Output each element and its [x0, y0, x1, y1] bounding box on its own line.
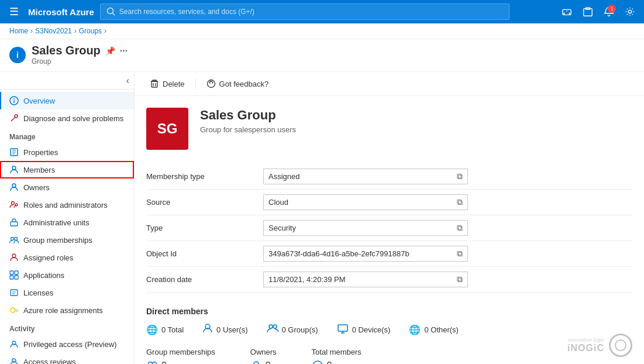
prop-value-source: Cloud ⧉: [263, 194, 468, 210]
svg-point-39: [212, 83, 213, 84]
cloud-shell-icon[interactable]: [559, 4, 575, 20]
notifications-icon[interactable]: 1: [601, 4, 617, 20]
bottom-stat-group-memberships: Group memberships 0: [146, 348, 215, 364]
direct-members-title: Direct members: [146, 307, 632, 316]
copy-membership-icon[interactable]: ⧉: [457, 171, 463, 181]
prop-value-membership: Assigned ⧉: [263, 169, 468, 184]
key-icon: [9, 305, 19, 315]
roles-icon: [9, 200, 19, 210]
top-navigation: ☰ Microsoft Azure Search resources, serv…: [0, 0, 644, 23]
sidebar-collapse: ‹: [0, 72, 134, 90]
stat-groups-label: 0 Group(s): [282, 325, 318, 334]
more-icon[interactable]: ···: [120, 46, 128, 56]
total-members-icon: [312, 360, 323, 364]
svg-rect-25: [15, 271, 18, 274]
sidebar-section-activity: Activity: [0, 319, 134, 335]
prop-row-source: Source Cloud ⧉: [146, 190, 632, 215]
bottom-stat-owners: Owners 0: [250, 348, 277, 364]
sidebar-label-members: Members: [23, 166, 55, 174]
prop-value-creation: 11/8/2021, 4:20:39 PM ⧉: [263, 272, 468, 287]
copy-objectid-icon[interactable]: ⧉: [457, 249, 463, 259]
wrench-icon: [9, 114, 19, 123]
search-placeholder: Search resources, services, and docs (G+…: [119, 8, 254, 16]
svg-rect-28: [11, 290, 18, 296]
licenses-icon: [9, 288, 19, 297]
page-title: Sales Group: [32, 44, 101, 57]
copy-type-icon[interactable]: ⧉: [457, 223, 463, 233]
svg-point-9: [13, 98, 15, 99]
sidebar-item-overview[interactable]: Overview: [0, 92, 134, 109]
resource-title-group: Sales Group 📌 ··· Group: [32, 44, 128, 66]
svg-rect-20: [11, 222, 18, 226]
feedback-label: Got feedback?: [219, 80, 269, 88]
svg-point-42: [273, 325, 277, 328]
copy-source-icon[interactable]: ⧉: [457, 197, 463, 207]
delete-button[interactable]: Delete: [146, 77, 188, 91]
toolbar-divider: [195, 78, 196, 90]
sidebar-item-group-memberships[interactable]: Group memberships: [0, 231, 134, 249]
svg-point-23: [12, 254, 16, 257]
overview-icon: [9, 96, 19, 105]
search-bar[interactable]: Search resources, services, and docs (G+…: [100, 4, 509, 20]
main-panel: Delete Got feedback? SG Sales Group Grou: [135, 72, 644, 364]
owners-label: Owners: [250, 348, 277, 356]
group-memberships-value: 0: [146, 360, 215, 364]
sidebar-label-azure-roles: Azure role assignments: [23, 306, 103, 315]
privileged-icon: [9, 339, 19, 349]
group-description: Group for salesperson users: [200, 125, 296, 134]
globe-icon-others: 🌐: [409, 324, 421, 335]
svg-point-48: [254, 362, 259, 364]
prop-label-objectid: Object Id: [146, 241, 263, 267]
feedback-button[interactable]: Got feedback?: [203, 77, 273, 91]
owners-value: 0: [250, 360, 277, 364]
prop-row-membership: Membership type Assigned ⧉: [146, 164, 632, 190]
sidebar-label-diagnose: Diagnose and solve problems: [23, 114, 123, 123]
sidebar-item-access-reviews[interactable]: Access reviews: [0, 353, 134, 364]
stat-others-label: 0 Other(s): [424, 325, 459, 334]
breadcrumb-s3nov[interactable]: S3Nov2021: [35, 27, 72, 35]
breadcrumb-groups[interactable]: Groups: [79, 27, 102, 35]
applications-icon: [9, 270, 19, 280]
sidebar-label-group-memberships: Group memberships: [23, 236, 92, 245]
settings-icon[interactable]: [622, 4, 638, 20]
group-memberships-icon: [9, 235, 19, 245]
pin-icon[interactable]: 📌: [105, 46, 115, 56]
sidebar-item-diagnose[interactable]: Diagnose and solve problems: [0, 109, 134, 127]
sidebar-item-roles-admin[interactable]: Roles and administrators: [0, 196, 134, 214]
notification-badge: 1: [608, 5, 616, 13]
stat-others: 🌐 0 Other(s): [409, 324, 459, 335]
properties-icon: [9, 147, 19, 157]
sidebar-item-licenses[interactable]: Licenses: [0, 284, 134, 301]
globe-icon-total: 🌐: [146, 324, 158, 335]
prop-value-type: Security ⧉: [263, 220, 468, 236]
sidebar-item-admin-units[interactable]: Administrative units: [0, 214, 134, 231]
delete-label: Delete: [163, 80, 185, 88]
sidebar-item-privileged[interactable]: Privileged access (Preview): [0, 335, 134, 353]
resource-icon: i: [9, 47, 26, 63]
sidebar-item-properties[interactable]: Properties: [0, 143, 134, 161]
directory-icon[interactable]: [580, 4, 596, 20]
svg-point-18: [12, 202, 15, 205]
copy-creation-icon[interactable]: ⧉: [457, 274, 463, 284]
breadcrumb-home[interactable]: Home: [9, 27, 28, 35]
stat-devices: 0 Device(s): [337, 323, 391, 336]
sidebar-item-assigned-roles[interactable]: Assigned roles: [0, 249, 134, 266]
collapse-button[interactable]: ‹: [126, 75, 129, 86]
prop-value-objectid: 349a673f-dda6-4d16-a5be-2efc7991887b ⧉: [263, 246, 468, 262]
prop-label-source: Source: [146, 190, 263, 215]
svg-point-41: [269, 325, 273, 328]
svg-point-46: [149, 362, 153, 365]
group-memberships-label: Group memberships: [146, 348, 215, 356]
group-header: SG Sales Group Group for salesperson use…: [146, 108, 632, 150]
watermark: innovative logic iNOGiC: [567, 334, 632, 357]
delete-icon: [150, 79, 159, 88]
prop-row-creation: Creation date 11/8/2021, 4:20:39 PM ⧉: [146, 267, 632, 293]
sidebar-label-applications: Applications: [23, 271, 64, 280]
sidebar-item-applications[interactable]: Applications: [0, 266, 134, 284]
sidebar-item-members[interactable]: Members: [0, 161, 134, 178]
hamburger-menu[interactable]: ☰: [6, 3, 22, 20]
sidebar-item-owners[interactable]: Owners: [0, 178, 134, 196]
sidebar-label-owners: Owners: [23, 183, 50, 192]
sidebar-item-azure-roles[interactable]: Azure role assignments: [0, 301, 134, 319]
group-memberships-icon: [146, 360, 158, 364]
